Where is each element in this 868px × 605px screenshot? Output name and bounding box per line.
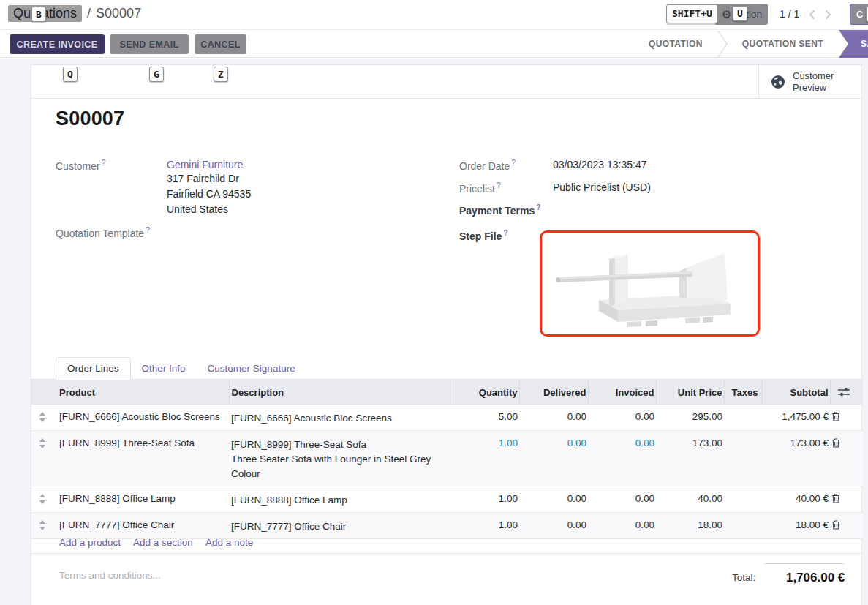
pager-previous-icon[interactable]: [809, 10, 815, 20]
tab-order-lines[interactable]: Order Lines: [56, 357, 131, 380]
stage-separator-icon: [717, 30, 728, 58]
send-email-button[interactable]: SEND EMAIL: [110, 34, 189, 54]
cell-quantity[interactable]: 1.00: [456, 431, 519, 486]
cell-taxes[interactable]: [724, 486, 762, 513]
optional-columns-button[interactable]: [830, 380, 863, 405]
odoo-sales-order-page: Quotations / S00007 B SHIFT+U ⚙ Action U…: [0, 0, 868, 605]
column-header-delivered[interactable]: Delivered: [519, 380, 588, 405]
cancel-button[interactable]: CANCEL: [195, 34, 246, 54]
terms-and-conditions-input[interactable]: Terms and conditions...: [59, 570, 161, 581]
keyboard-hint-action: U: [733, 6, 747, 21]
column-header-description[interactable]: Description: [229, 380, 456, 405]
cell-description[interactable]: [FURN_8999] Three-Seat Sofa Three Seater…: [229, 431, 456, 486]
stage-sales-order[interactable]: SALES ORDER: [839, 30, 868, 58]
cell-unit-price[interactable]: 40.00: [656, 486, 724, 513]
handle-column-header: [31, 380, 56, 405]
pager-next-icon[interactable]: [825, 10, 831, 20]
stage-quotation[interactable]: QUOTATION: [635, 30, 717, 58]
table-row[interactable]: [FURN_8999] Three-Seat Sofa [FURN_8999] …: [31, 431, 863, 486]
globe-icon: [771, 75, 785, 89]
step-file-preview[interactable]: [540, 230, 760, 337]
tab-other-info[interactable]: Other Info: [131, 357, 197, 379]
customer-field-value[interactable]: Gemini Furniture 317 Fairchild Dr Fairfi…: [167, 159, 251, 217]
create-invoice-button[interactable]: CREATE INVOICE: [10, 34, 105, 54]
cell-product[interactable]: [FURN_8999] Three-Seat Sofa: [56, 431, 229, 486]
drag-handle-icon[interactable]: [31, 405, 56, 431]
column-header-invoiced[interactable]: Invoiced: [588, 380, 656, 405]
order-total: Total: 1,706.00 €: [732, 563, 845, 585]
keyboard-hint-pager: SHIFT+U: [666, 4, 718, 23]
customer-field-label: Customer?: [56, 158, 106, 172]
help-icon: ?: [497, 181, 501, 189]
cell-subtotal: 173.00 €: [762, 431, 830, 486]
add-a-product-link[interactable]: Add a product: [59, 537, 121, 548]
table-header-row: Product Description Quantity Delivered I…: [31, 380, 863, 405]
keyboard-hint-cancel: Z: [214, 67, 228, 82]
delete-row-button[interactable]: [830, 486, 863, 513]
cell-invoiced[interactable]: 0.00: [588, 431, 656, 486]
cell-delivered[interactable]: 0.00: [519, 486, 588, 513]
column-header-product[interactable]: Product: [56, 380, 229, 405]
cell-subtotal: 40.00 €: [762, 486, 830, 513]
notebook-tabs: Order Lines Other Info Customer Signatur…: [31, 357, 861, 380]
payment-terms-field-label: Payment Terms?: [459, 203, 541, 217]
cell-product[interactable]: [FURN_6666] Acoustic Bloc Screens: [56, 405, 229, 431]
cell-delivered[interactable]: 0.00: [519, 431, 588, 486]
control-panel: CREATE INVOICE Q SEND EMAIL G CANCEL Z Q…: [0, 30, 868, 58]
delete-row-button[interactable]: [830, 431, 863, 486]
keyboard-hint-breadcrumb: B: [31, 7, 46, 22]
quotation-template-field-label: Quotation Template?: [56, 225, 150, 239]
breadcrumb-record-name: S00007: [96, 6, 141, 21]
gear-icon: ⚙: [722, 9, 731, 20]
keyboard-hint-create-invoice: Q: [63, 67, 78, 82]
column-header-subtotal[interactable]: Subtotal: [762, 380, 830, 405]
customer-address: 317 Fairchild Dr Fairfield CA 94535 Unit…: [167, 171, 251, 217]
list-footer-links: Add a product Add a section Add a note: [31, 532, 861, 554]
cell-description[interactable]: [FURN_6666] Acoustic Bloc Screens: [229, 405, 456, 431]
pricelist-field-value[interactable]: Public Pricelist (USD): [553, 181, 651, 193]
cell-quantity[interactable]: 5.00: [456, 405, 519, 431]
total-label: Total:: [732, 572, 755, 585]
cell-subtotal: 1,475.00 €: [762, 405, 830, 431]
cell-unit-price[interactable]: 295.00: [656, 405, 724, 431]
column-header-taxes[interactable]: Taxes: [724, 380, 762, 405]
top-navbar: Quotations / S00007 B SHIFT+U ⚙ Action U…: [0, 0, 868, 30]
sliders-icon: [837, 388, 850, 397]
customer-preview-button[interactable]: Customer Preview: [758, 65, 861, 99]
cell-taxes[interactable]: [724, 405, 762, 431]
column-header-unit-price[interactable]: Unit Price: [656, 380, 724, 405]
cell-product[interactable]: [FURN_8888] Office Lamp: [56, 486, 229, 513]
status-pipeline: QUOTATION QUOTATION SENT SALES ORDER: [635, 30, 868, 58]
stage-quotation-sent[interactable]: QUOTATION SENT: [728, 30, 837, 58]
table-row[interactable]: [FURN_8888] Office Lamp [FURN_8888] Offi…: [31, 486, 863, 513]
step-file-field-label: Step File?: [459, 228, 508, 242]
form-sheet: Customer Preview S00007 Customer? Gemini…: [31, 64, 862, 605]
cell-unit-price[interactable]: 173.00: [656, 431, 724, 486]
tab-customer-signature[interactable]: Customer Signature: [197, 357, 306, 379]
table-row[interactable]: [FURN_6666] Acoustic Bloc Screens [FURN_…: [31, 405, 863, 431]
cell-description[interactable]: [FURN_8888] Office Lamp: [229, 486, 456, 513]
delete-row-button[interactable]: [830, 405, 863, 431]
add-a-section-link[interactable]: Add a section: [133, 537, 193, 548]
drag-handle-icon[interactable]: [31, 431, 56, 486]
cell-delivered[interactable]: 0.00: [519, 405, 588, 431]
breadcrumb: Quotations / S00007: [8, 5, 141, 22]
customer-preview-label: Customer Preview: [793, 70, 834, 94]
help-icon: ?: [511, 158, 516, 167]
help-icon: ?: [536, 203, 540, 211]
content-background: Customer Preview S00007 Customer? Gemini…: [0, 59, 868, 605]
drag-handle-icon[interactable]: [31, 486, 56, 513]
cell-quantity[interactable]: 1.00: [456, 486, 519, 513]
cell-taxes[interactable]: [724, 431, 762, 486]
customer-link: Gemini Furniture: [167, 159, 243, 170]
record-pager: 1 / 1: [780, 8, 799, 20]
order-lines-table: Product Description Quantity Delivered I…: [31, 380, 863, 539]
step-file-3d-part: [542, 233, 758, 334]
edge-cut-button-label: C: [856, 9, 863, 20]
order-date-field-value[interactable]: 03/03/2023 13:35:47: [553, 159, 646, 170]
cell-invoiced[interactable]: 0.00: [588, 486, 656, 513]
add-a-note-link[interactable]: Add a note: [205, 537, 253, 548]
column-header-quantity[interactable]: Quantity: [456, 380, 519, 405]
edge-cut-button[interactable]: C: [850, 4, 868, 25]
cell-invoiced[interactable]: 0.00: [588, 405, 656, 431]
